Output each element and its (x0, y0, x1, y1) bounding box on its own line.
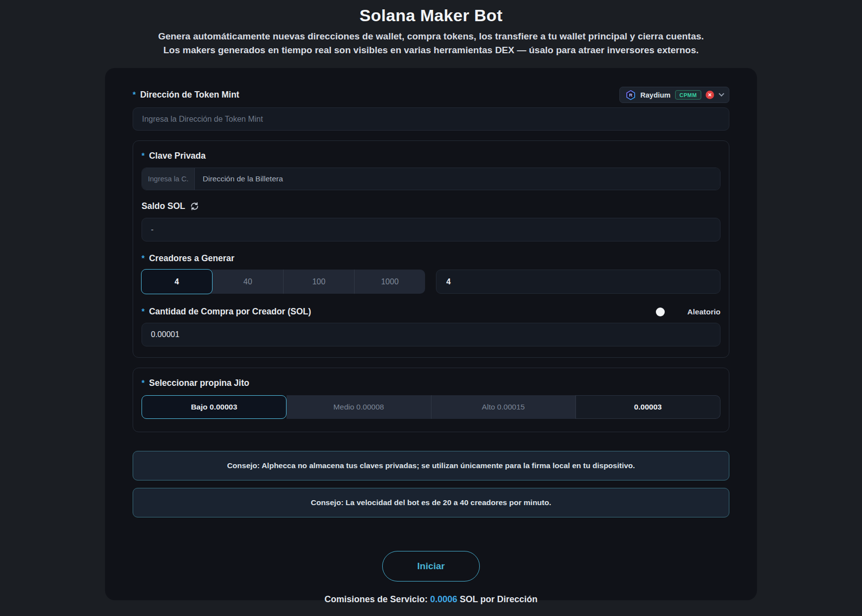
makers-preset-100[interactable]: 100 (284, 270, 355, 294)
dex-pool-type-badge: CPMM (675, 90, 701, 100)
buy-amount-label: * Cantidad de Compra por Creador (SOL) (142, 307, 311, 317)
toggle-knob-icon (656, 308, 665, 316)
required-mark: * (133, 91, 136, 100)
fee-prefix: Comisiones de Servicio: (324, 594, 430, 604)
buy-amount-input[interactable] (142, 323, 720, 346)
wallet-settings-card: * Clave Privada Dirección de la Billeter… (133, 140, 729, 358)
jito-tip-custom-input[interactable] (576, 395, 720, 419)
random-toggle-label: Aleatorio (687, 308, 720, 316)
random-amount-toggle[interactable]: Aleatorio (656, 308, 720, 316)
jito-tip-low[interactable]: Bajo 0.00003 (142, 395, 287, 419)
svg-text:R: R (629, 93, 632, 98)
page-header: Solana Maker Bot Genera automáticamente … (0, 0, 862, 57)
jito-tip-label: * Seleccionar propina Jito (142, 378, 720, 388)
sol-balance-value: - (142, 218, 720, 241)
start-button[interactable]: Iniciar (382, 551, 480, 582)
buy-amount-header-row: * Cantidad de Compra por Creador (SOL) A… (142, 307, 720, 317)
private-key-input[interactable] (142, 168, 195, 190)
token-mint-header-row: * Dirección de Token Mint R Raydium CPMM… (133, 87, 729, 103)
wallet-address-display: Dirección de la Billetera (195, 168, 720, 190)
makers-preset-group: 4 40 100 1000 (142, 270, 425, 294)
dex-name: Raydium (641, 91, 671, 99)
tip-banner-privacy: Consejo: Alphecca no almacena tus claves… (133, 451, 729, 480)
jito-tip-card: * Seleccionar propina Jito Bajo 0.00003 … (133, 368, 729, 432)
makers-count-label: * Creadores a Generar (142, 253, 720, 264)
token-mint-label: * Dirección de Token Mint (133, 90, 239, 100)
private-key-label: * Clave Privada (142, 151, 720, 161)
refresh-balance-icon[interactable] (190, 202, 199, 211)
fee-suffix: SOL por Dirección (457, 594, 538, 604)
makers-count-row: 4 40 100 1000 (142, 270, 720, 294)
chevron-down-icon (718, 91, 724, 96)
makers-preset-4[interactable]: 4 (141, 269, 213, 294)
private-key-row: Dirección de la Billetera (142, 168, 720, 190)
fee-value: 0.0006 (430, 594, 457, 604)
sol-balance-row: Saldo SOL (142, 201, 720, 211)
page-title: Solana Maker Bot (0, 6, 862, 25)
tip-banner-speed: Consejo: La velocidad del bot es de 20 a… (133, 488, 729, 517)
makers-preset-1000[interactable]: 1000 (355, 270, 425, 294)
service-fee-text: Comisiones de Servicio: 0.0006 SOL por D… (133, 594, 729, 605)
makers-count-input[interactable] (436, 270, 720, 294)
jito-tip-medium[interactable]: Medio 0.00008 (287, 395, 431, 419)
token-mint-input[interactable] (133, 107, 729, 131)
subtitle-line-1: Genera automáticamente nuevas direccione… (0, 30, 862, 43)
makers-preset-40[interactable]: 40 (213, 270, 284, 294)
sol-balance-label: Saldo SOL (142, 201, 185, 211)
subtitle-line-2: Los makers generados en tiempo real son … (0, 43, 862, 57)
main-panel: * Dirección de Token Mint R Raydium CPMM… (105, 68, 757, 600)
raydium-logo-icon: R (625, 90, 636, 101)
jito-tip-group: Bajo 0.00003 Medio 0.00008 Alto 0.00015 (142, 395, 720, 419)
clear-dex-icon[interactable]: ✕ (706, 91, 714, 99)
page-subtitle: Genera automáticamente nuevas direccione… (0, 30, 862, 57)
jito-tip-high[interactable]: Alto 0.00015 (431, 395, 576, 419)
dex-selector-dropdown[interactable]: R Raydium CPMM ✕ (619, 87, 729, 103)
